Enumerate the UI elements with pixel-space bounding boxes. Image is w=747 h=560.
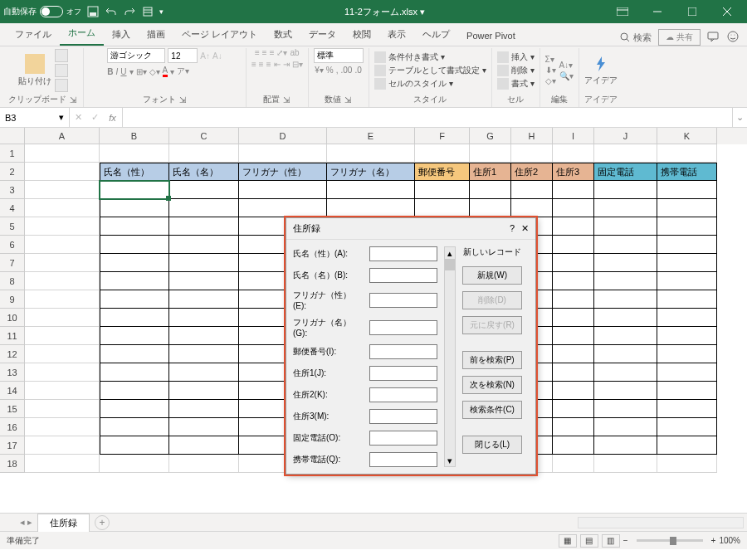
cell[interactable] bbox=[100, 254, 169, 272]
horizontal-scrollbar[interactable] bbox=[578, 517, 744, 528]
col-header[interactable]: J bbox=[594, 128, 657, 144]
close-button[interactable]: 閉じる(L) bbox=[462, 436, 522, 454]
align-bottom-icon[interactable]: ≡ bbox=[270, 48, 275, 57]
redo-icon[interactable] bbox=[123, 5, 136, 18]
autosave-toggle[interactable]: 自動保存 オフ bbox=[3, 6, 81, 17]
col-header[interactable]: K bbox=[657, 128, 717, 144]
col-header[interactable]: B bbox=[100, 128, 169, 144]
page-break-view-icon[interactable]: ▥ bbox=[602, 534, 620, 548]
format-cells-button[interactable]: 書式 ▾ bbox=[497, 78, 535, 90]
percent-icon[interactable]: % bbox=[326, 66, 334, 75]
tab-draw[interactable]: 描画 bbox=[139, 23, 173, 46]
cell[interactable] bbox=[169, 309, 239, 327]
tab-power-pivot[interactable]: Power Pivot bbox=[458, 26, 524, 46]
cell[interactable] bbox=[511, 199, 553, 217]
cell[interactable] bbox=[100, 290, 169, 309]
cell[interactable] bbox=[100, 418, 169, 436]
increase-decimal-icon[interactable]: .00 bbox=[341, 66, 353, 75]
fill-color-button[interactable]: ◇▾ bbox=[149, 67, 160, 76]
col-header[interactable]: D bbox=[239, 128, 327, 144]
cell[interactable] bbox=[169, 272, 239, 290]
border-button[interactable]: ⊞▾ bbox=[136, 67, 147, 76]
sheet-nav[interactable]: ◂ ▸ bbox=[20, 517, 32, 528]
form-icon[interactable] bbox=[141, 5, 154, 18]
sheet-tab-active[interactable]: 住所録 bbox=[37, 514, 90, 532]
cell[interactable] bbox=[553, 217, 594, 236]
cell[interactable] bbox=[100, 236, 169, 254]
cell[interactable]: 住所2 bbox=[511, 163, 553, 181]
cell[interactable] bbox=[594, 455, 657, 473]
cell[interactable] bbox=[100, 345, 169, 363]
form-field-input[interactable] bbox=[369, 268, 437, 283]
cell[interactable] bbox=[100, 382, 169, 400]
form-scrollbar[interactable]: ▴ ▾ bbox=[444, 246, 456, 467]
cell[interactable]: 住所1 bbox=[470, 163, 511, 181]
cell[interactable] bbox=[25, 272, 100, 290]
normal-view-icon[interactable]: ▦ bbox=[559, 534, 577, 548]
form-field-input[interactable] bbox=[369, 387, 437, 402]
copy-icon[interactable] bbox=[55, 64, 68, 77]
cell[interactable] bbox=[553, 382, 594, 400]
row-header[interactable]: 15 bbox=[0, 400, 25, 418]
align-center-icon[interactable]: ≡ bbox=[259, 60, 264, 69]
cell[interactable] bbox=[169, 382, 239, 400]
delete-button[interactable]: 削除(D) bbox=[462, 291, 522, 309]
name-box[interactable]: B3 ▾ bbox=[0, 108, 70, 127]
font-dialog-launcher[interactable]: ⇲ bbox=[179, 95, 188, 104]
merge-cells-icon[interactable]: ⊟▾ bbox=[292, 60, 303, 69]
cell[interactable] bbox=[327, 199, 415, 217]
maximize-icon[interactable] bbox=[676, 0, 709, 23]
cell[interactable] bbox=[657, 327, 717, 345]
cell[interactable] bbox=[100, 217, 169, 236]
cell[interactable] bbox=[553, 400, 594, 418]
cell[interactable] bbox=[25, 199, 100, 217]
cell[interactable] bbox=[470, 144, 511, 163]
comma-icon[interactable]: , bbox=[336, 66, 339, 75]
row-header[interactable]: 10 bbox=[0, 309, 25, 327]
col-header[interactable]: I bbox=[553, 128, 594, 144]
form-field-input[interactable] bbox=[369, 293, 437, 308]
col-header[interactable]: F bbox=[415, 128, 470, 144]
row-header[interactable]: 5 bbox=[0, 217, 25, 236]
indent-decrease-icon[interactable]: ⇤ bbox=[274, 60, 281, 69]
cell[interactable] bbox=[657, 290, 717, 309]
cell[interactable] bbox=[25, 144, 100, 163]
autosum-icon[interactable]: Σ▾ bbox=[545, 55, 556, 64]
increase-font-icon[interactable]: A↑ bbox=[200, 51, 210, 61]
cell[interactable] bbox=[169, 290, 239, 309]
row-header[interactable]: 12 bbox=[0, 345, 25, 363]
tab-formulas[interactable]: 数式 bbox=[266, 23, 300, 46]
row-header[interactable]: 18 bbox=[0, 455, 25, 473]
tab-file[interactable]: ファイル bbox=[7, 23, 60, 46]
cell[interactable] bbox=[100, 199, 169, 217]
cell[interactable] bbox=[594, 327, 657, 345]
cell[interactable] bbox=[657, 345, 717, 363]
cell[interactable] bbox=[553, 272, 594, 290]
cell[interactable] bbox=[553, 455, 594, 473]
cell[interactable] bbox=[327, 181, 415, 199]
cell[interactable]: フリガナ（名） bbox=[327, 163, 415, 181]
cell[interactable] bbox=[25, 309, 100, 327]
cell[interactable] bbox=[100, 327, 169, 345]
cell[interactable] bbox=[239, 199, 327, 217]
form-field-input[interactable] bbox=[369, 344, 437, 359]
close-icon[interactable] bbox=[710, 0, 744, 23]
decrease-font-icon[interactable]: A↓ bbox=[212, 51, 222, 61]
cell[interactable] bbox=[553, 418, 594, 436]
page-layout-view-icon[interactable]: ▤ bbox=[580, 534, 598, 548]
clear-icon[interactable]: ◇▾ bbox=[545, 76, 556, 85]
fx-button[interactable]: fx bbox=[103, 108, 123, 127]
cell[interactable] bbox=[594, 363, 657, 382]
scroll-down-icon[interactable]: ▾ bbox=[445, 455, 455, 466]
tab-home[interactable]: ホーム bbox=[60, 22, 104, 46]
cell[interactable] bbox=[594, 254, 657, 272]
decrease-decimal-icon[interactable]: .0 bbox=[354, 66, 361, 75]
form-field-input[interactable] bbox=[369, 409, 437, 424]
cell[interactable] bbox=[25, 418, 100, 436]
restore-button[interactable]: 元に戻す(R) bbox=[462, 316, 522, 334]
cell[interactable]: 郵便番号 bbox=[415, 163, 470, 181]
cell[interactable] bbox=[657, 363, 717, 382]
cell[interactable] bbox=[553, 309, 594, 327]
cell[interactable] bbox=[553, 363, 594, 382]
cell[interactable] bbox=[169, 436, 239, 455]
